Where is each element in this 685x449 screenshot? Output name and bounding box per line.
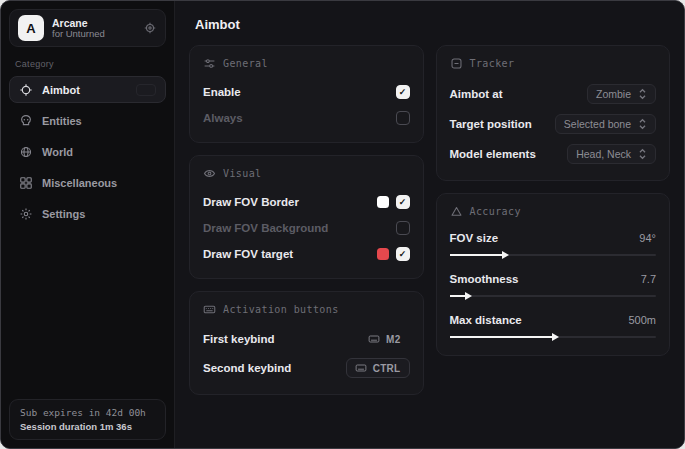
- brand-text: Arcane for Unturned: [52, 17, 135, 40]
- general-card-header: General: [203, 57, 410, 70]
- sidebar-item-world[interactable]: World: [9, 138, 166, 165]
- brand-subtitle: for Unturned: [52, 29, 135, 40]
- brand-name: Arcane: [52, 17, 135, 29]
- always-checkbox[interactable]: [396, 111, 410, 125]
- setting-label: Second keybind: [203, 362, 291, 374]
- category-label: Category: [15, 59, 160, 69]
- subscription-info-card: Sub expires in 42d 00h Session duration …: [9, 399, 166, 440]
- visual-card: Visual Draw FOV Border ✓ Draw FOV Backgr…: [189, 155, 424, 279]
- accuracy-card-header: Accuracy: [450, 205, 657, 218]
- setting-row: Always: [203, 106, 410, 129]
- page-title: Aimbot: [195, 17, 670, 32]
- setting-row: Model elements Head, Neck: [450, 140, 657, 167]
- right-column: Tracker Aimbot at Zombie: [436, 45, 671, 356]
- keybind-hint-chip: [136, 84, 156, 96]
- brand-card: A Arcane for Unturned: [9, 9, 166, 47]
- second-keybind-button[interactable]: CTRL: [346, 358, 410, 378]
- setting-label: Always: [203, 112, 243, 124]
- gear-icon: [19, 207, 33, 221]
- dropdown-value: Selected bone: [564, 118, 631, 130]
- scan-icon: [450, 57, 463, 70]
- keybind-value: CTRL: [373, 363, 401, 374]
- setting-label: Draw FOV target: [203, 248, 293, 260]
- sidebar-item-label: World: [42, 146, 73, 158]
- card-title: General: [223, 58, 268, 69]
- setting-label: Model elements: [450, 148, 536, 160]
- card-title: Accuracy: [470, 206, 521, 217]
- color-swatch[interactable]: [377, 196, 389, 208]
- setting-row: Enable ✓: [203, 80, 410, 103]
- sidebar-nav: Aimbot Entities: [9, 76, 166, 227]
- card-title: Activation buttons: [223, 304, 339, 315]
- eye-icon: [203, 167, 216, 180]
- setting-row: Aimbot at Zombie: [450, 80, 657, 107]
- slider-value: 7.7: [641, 273, 656, 285]
- max-distance-slider[interactable]: [450, 332, 657, 342]
- accuracy-card: Accuracy FOV size 94°: [436, 193, 671, 356]
- setting-label: Target position: [450, 118, 532, 130]
- tracker-card-header: Tracker: [450, 57, 657, 70]
- max-distance-group: Max distance 500m: [450, 310, 657, 342]
- smoothness-group: Smoothness 7.7: [450, 269, 657, 301]
- visual-card-header: Visual: [203, 167, 410, 180]
- sidebar-item-aimbot[interactable]: Aimbot: [9, 76, 166, 103]
- first-keybind-button[interactable]: M2: [359, 329, 410, 349]
- sidebar-item-entities[interactable]: Entities: [9, 107, 166, 134]
- slider-value: 500m: [628, 314, 656, 326]
- draw-fov-target-checkbox[interactable]: ✓: [396, 247, 410, 261]
- chevron-up-down-icon: [638, 118, 647, 130]
- slider-label: Smoothness: [450, 273, 519, 285]
- slider-value: 94°: [639, 232, 656, 244]
- setting-row: Draw FOV Background: [203, 216, 410, 239]
- sidebar-item-settings[interactable]: Settings: [9, 200, 166, 227]
- smoothness-slider[interactable]: [450, 291, 657, 301]
- setting-row: Target position Selected bone: [450, 110, 657, 137]
- model-elements-dropdown[interactable]: Head, Neck: [567, 144, 656, 164]
- setting-row: Draw FOV Border ✓: [203, 190, 410, 213]
- triangle-icon: [450, 205, 463, 218]
- app-window: A Arcane for Unturned Category: [0, 0, 685, 449]
- left-column: General Enable ✓ Always: [189, 45, 424, 395]
- slider-fill: [450, 295, 467, 297]
- chevron-up-down-icon: [638, 88, 647, 100]
- keyboard-icon: [368, 333, 380, 345]
- tracker-card: Tracker Aimbot at Zombie: [436, 45, 671, 181]
- sidebar-item-label: Settings: [42, 208, 85, 220]
- aimbot-at-dropdown[interactable]: Zombie: [587, 84, 656, 104]
- slider-fill: [450, 254, 504, 256]
- setting-row: Second keybind CTRL: [203, 355, 410, 381]
- sidebar: A Arcane for Unturned Category: [1, 1, 175, 448]
- setting-label: Aimbot at: [450, 88, 503, 100]
- card-title: Tracker: [470, 58, 515, 69]
- keybind-value: M2: [386, 334, 401, 345]
- setting-label: Draw FOV Border: [203, 196, 299, 208]
- setting-label: Enable: [203, 86, 241, 98]
- sliders-icon: [203, 57, 216, 70]
- slider-fill: [450, 336, 553, 338]
- grid-icon: [19, 176, 33, 190]
- keyboard-icon: [355, 362, 367, 374]
- enable-checkbox[interactable]: ✓: [396, 85, 410, 99]
- dropdown-value: Zombie: [596, 88, 631, 100]
- sub-expires-text: Sub expires in 42d 00h: [20, 407, 155, 418]
- crosshair-settings-icon[interactable]: [143, 21, 157, 35]
- crosshair-icon: [19, 83, 33, 97]
- general-card: General Enable ✓ Always: [189, 45, 424, 143]
- session-duration-text: Session duration 1m 36s: [20, 421, 155, 432]
- target-position-dropdown[interactable]: Selected bone: [555, 114, 656, 134]
- sidebar-item-label: Aimbot: [42, 84, 80, 96]
- draw-fov-background-checkbox[interactable]: [396, 221, 410, 235]
- dropdown-value: Head, Neck: [576, 148, 631, 160]
- slider-label: Max distance: [450, 314, 522, 326]
- color-swatch[interactable]: [377, 248, 389, 260]
- sidebar-item-miscellaneous[interactable]: Miscellaneous: [9, 169, 166, 196]
- skull-icon: [19, 114, 33, 128]
- chevron-up-down-icon: [638, 148, 647, 160]
- draw-fov-border-checkbox[interactable]: ✓: [396, 195, 410, 209]
- sidebar-item-label: Entities: [42, 115, 82, 127]
- fov-size-slider[interactable]: [450, 250, 657, 260]
- brand-logo: A: [18, 15, 44, 41]
- setting-label: Draw FOV Background: [203, 222, 328, 234]
- setting-label: First keybind: [203, 333, 275, 345]
- slider-label: FOV size: [450, 232, 499, 244]
